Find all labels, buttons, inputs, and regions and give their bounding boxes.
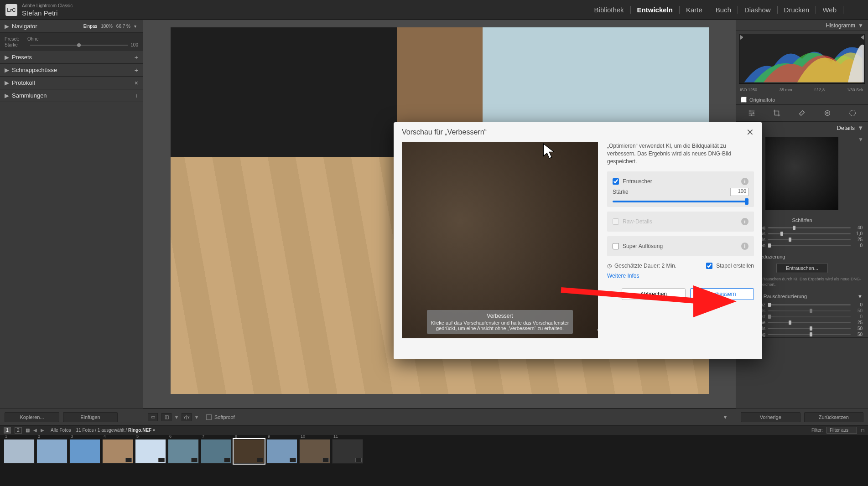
highlight-clip-icon[interactable]	[859, 35, 864, 40]
prev-photo-icon[interactable]: ◀	[33, 428, 37, 433]
redeye-icon[interactable]	[822, 109, 833, 118]
more-info-link[interactable]: Weitere Infos	[607, 273, 754, 279]
preview-caption: Verbessert Klicke auf das Vorschaufenste…	[427, 310, 573, 334]
module-web[interactable]: Web	[816, 6, 843, 14]
plus-icon[interactable]: +	[135, 67, 138, 74]
softproof-toggle[interactable]: Softproof	[206, 414, 235, 420]
enhance-preview[interactable]: Verbessert Klicke auf das Vorschaufenste…	[402, 142, 598, 338]
mask-icon[interactable]	[847, 109, 858, 118]
module-diashow[interactable]: Diashow	[738, 6, 778, 14]
reset-button[interactable]: Zurücksetzen	[804, 412, 864, 422]
histogram-display[interactable]	[739, 34, 865, 84]
strength-label: Stärke	[5, 42, 27, 47]
denoise-strength-slider[interactable]	[613, 201, 748, 202]
chevron-down-icon[interactable]: ▼	[858, 134, 868, 143]
module-karte[interactable]: Karte	[680, 6, 709, 14]
chevron-right-icon: ▶	[5, 54, 9, 61]
screen-1-button[interactable]: 1	[4, 427, 11, 434]
denoise-label: Entrauscher	[623, 178, 652, 185]
navigator-title: Navigator	[12, 23, 82, 30]
zoom-icon[interactable]: 🔍	[597, 327, 598, 336]
heal-icon[interactable]	[796, 109, 807, 118]
badge-icon	[224, 458, 230, 462]
denoise-strength-value[interactable]: 100	[730, 188, 748, 196]
info-icon[interactable]: i	[741, 178, 748, 185]
breadcrumb[interactable]: Alle Fotos 11 Fotos / 1 ausgewählt / Rin…	[51, 428, 155, 433]
module-buch[interactable]: Buch	[709, 6, 738, 14]
crumb-count: 11 Fotos / 1 ausgewählt /	[76, 428, 127, 433]
superres-checkbox[interactable]	[613, 243, 619, 249]
close-icon[interactable]: ×	[135, 79, 138, 87]
softproof-label: Softproof	[214, 414, 235, 420]
swap-icon[interactable]: Y|Y	[182, 413, 192, 421]
cloud-sync-icon[interactable]	[850, 6, 863, 14]
paste-button[interactable]: Einfügen	[63, 412, 118, 422]
dialog-title: Vorschau für „Verbessern“	[402, 128, 487, 136]
denoise-button[interactable]: Entrauschen...	[776, 263, 828, 273]
module-bibliothek[interactable]: Bibliothek	[588, 6, 631, 14]
before-after-icon[interactable]: ◫	[161, 413, 172, 421]
loupe-view-icon[interactable]: ▭	[148, 413, 158, 421]
clock-icon: ◷	[607, 263, 612, 269]
filmstrip-thumb[interactable]: 10	[299, 439, 330, 464]
edit-sliders-icon[interactable]	[746, 109, 757, 118]
toolbar-menu-icon[interactable]: ▾	[724, 414, 731, 420]
screen-2-button[interactable]: 2	[15, 427, 22, 434]
chevron-down-icon[interactable]: ▾	[175, 414, 178, 420]
next-photo-icon[interactable]: ▶	[41, 428, 44, 433]
zoom-custom[interactable]: 66.7 %	[116, 24, 130, 29]
detail-zoom-thumb[interactable]	[765, 137, 838, 210]
filmstrip-thumb[interactable]: 3	[69, 439, 100, 464]
chevron-down-icon[interactable]: ▾	[153, 428, 155, 433]
info-icon[interactable]: i	[741, 218, 748, 225]
filmstrip-thumb[interactable]: 7	[201, 439, 232, 464]
enhance-button[interactable]: Verbessern	[690, 288, 754, 300]
badge-icon	[355, 458, 362, 462]
previous-button[interactable]: Vorherige	[741, 412, 800, 422]
chevron-down-icon[interactable]: ▾	[134, 24, 136, 29]
denoise-checkbox[interactable]	[613, 178, 619, 185]
filmstrip-thumb[interactable]: 11	[332, 439, 363, 464]
copy-button[interactable]: Kopieren...	[5, 412, 59, 422]
filter-dropdown[interactable]: Filter aus	[826, 427, 857, 434]
filmstrip-thumb[interactable]: 2	[36, 439, 68, 464]
preset-label: Preset:	[5, 36, 27, 41]
filmstrip-thumb[interactable]: 4	[102, 439, 133, 464]
grid-icon[interactable]: ▦	[26, 428, 30, 433]
panel-sammlungen[interactable]: ▶Sammlungen+	[0, 89, 143, 102]
panel-schnappschüsse[interactable]: ▶Schnappschüsse+	[0, 64, 143, 77]
svg-point-1	[826, 112, 828, 114]
plus-icon[interactable]: +	[135, 92, 138, 99]
panel-protokoll[interactable]: ▶Protokoll×	[0, 77, 143, 89]
histogram-header[interactable]: Histogramm ▼	[736, 20, 868, 31]
stack-checkbox[interactable]	[706, 263, 712, 269]
chevron-down-icon[interactable]: ▾	[195, 414, 198, 420]
svg-point-2	[850, 110, 856, 116]
original-checkbox[interactable]	[741, 97, 747, 103]
strength-slider[interactable]	[30, 45, 128, 46]
module-entwickeln[interactable]: Entwickeln	[631, 6, 680, 14]
filmstrip-infobar: 1 2 ▦ ◀ ▶ Alle Fotos 11 Fotos / 1 ausgew…	[0, 425, 868, 435]
app-logo: LrC	[5, 4, 17, 16]
zoom-fit[interactable]: Einpas	[83, 24, 98, 29]
cancel-button[interactable]: Abbrechen	[622, 288, 686, 300]
chevron-right-icon: ▶	[5, 92, 9, 99]
filmstrip-thumb[interactable]: 1	[4, 439, 35, 464]
info-icon[interactable]: i	[741, 243, 748, 250]
filmstrip-thumb[interactable]: 6	[168, 439, 199, 464]
softproof-checkbox[interactable]	[206, 414, 212, 420]
denoise-group: Entrauscher i Stärke 100	[607, 171, 754, 207]
filter-lock-icon[interactable]: ◻	[861, 428, 864, 433]
close-icon[interactable]: ✕	[746, 127, 754, 138]
panel-presets[interactable]: ▶Presets+	[0, 51, 143, 64]
navigator-header[interactable]: ▶ Navigator Einpas 100% 66.7 % ▾	[0, 20, 143, 33]
original-photo-row[interactable]: Originalfoto	[736, 95, 868, 104]
shadow-clip-icon[interactable]	[740, 35, 745, 40]
filmstrip-thumb[interactable]: 8	[234, 439, 265, 464]
plus-icon[interactable]: +	[135, 54, 138, 61]
filmstrip-thumb[interactable]: 5	[135, 439, 166, 464]
filmstrip-thumb[interactable]: 9	[266, 439, 297, 464]
crop-icon[interactable]	[771, 109, 782, 118]
module-drucken[interactable]: Drucken	[778, 6, 816, 14]
zoom-100[interactable]: 100%	[101, 24, 113, 29]
